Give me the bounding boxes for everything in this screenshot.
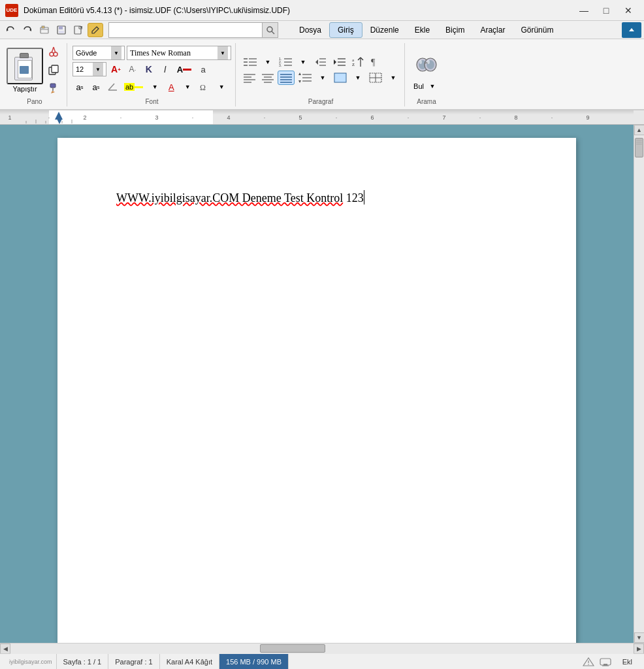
scroll-track[interactable] <box>634 135 645 632</box>
size-dropdown-arrow[interactable]: ▼ <box>93 63 103 76</box>
indent-increase-button[interactable] <box>330 55 348 69</box>
svg-point-74 <box>427 60 430 64</box>
svg-text:6: 6 <box>370 114 374 121</box>
cut-button[interactable] <box>44 43 63 60</box>
menu-duzenle[interactable]: Düzenle <box>362 23 407 37</box>
maximize-button[interactable]: □ <box>596 3 617 18</box>
find-label: Bul <box>413 82 424 90</box>
highlight-button[interactable]: ab <box>121 80 146 94</box>
menu-ekle[interactable]: Ekle <box>407 23 438 37</box>
menu-dosya[interactable]: Dosya <box>291 23 329 37</box>
pano-group-label: Pano <box>7 98 63 105</box>
find-arrow[interactable]: ▼ <box>425 81 440 91</box>
export-button[interactable] <box>71 23 86 37</box>
menu-gorunum[interactable]: Görünüm <box>513 23 561 37</box>
svg-text:·: · <box>264 114 266 121</box>
minimize-button[interactable]: — <box>573 3 594 18</box>
font-color2-button[interactable]: A <box>164 80 178 94</box>
toolbar-search-box[interactable] <box>108 22 278 38</box>
scroll-left-arrow[interactable]: ◀ <box>0 644 10 654</box>
color-button[interactable]: A <box>174 62 194 76</box>
svg-rect-7 <box>74 26 81 34</box>
subscript-button[interactable]: as <box>72 80 87 94</box>
menu-giris[interactable]: Giriş <box>329 22 362 38</box>
svg-marker-63 <box>298 73 301 75</box>
ribbon: Yapıştır <box>0 39 644 110</box>
style-dropdown-arrow[interactable]: ▼ <box>111 46 121 59</box>
font-decrease-button[interactable]: A- <box>125 62 140 76</box>
style-dropdown[interactable]: Gövde ▼ <box>72 46 125 60</box>
scroll-right-arrow[interactable]: ▶ <box>634 644 644 654</box>
status-notification-icon <box>582 657 595 667</box>
scroll-up-arrow[interactable]: ▲ <box>634 125 645 135</box>
special-char-arrow[interactable]: ▼ <box>214 80 229 94</box>
svg-marker-64 <box>298 80 301 83</box>
ribbon-group-paragraph: ▼ 1.2.3. ▼ <box>237 43 405 106</box>
special-char-button[interactable]: Ω <box>197 80 212 94</box>
scroll-down-arrow[interactable]: ▼ <box>634 632 645 643</box>
normal-text: 123 <box>346 191 364 204</box>
line-spacing-arrow[interactable]: ▼ <box>315 71 330 85</box>
copy-button[interactable] <box>44 61 63 78</box>
svg-rect-6 <box>59 31 64 33</box>
bullet-list-arrow[interactable]: ▼ <box>261 55 275 69</box>
italic-button[interactable]: I <box>158 62 172 76</box>
superscript-button[interactable]: as <box>89 80 103 94</box>
h-scroll-track[interactable] <box>10 644 634 654</box>
svg-rect-65 <box>334 73 346 82</box>
spell-check-text: WWW.iyibilgisayar.COM Deneme Test Kontro… <box>116 191 343 204</box>
ribbon-toggle-button[interactable] <box>622 22 641 38</box>
redo-button[interactable] <box>20 23 35 37</box>
menu-araclar[interactable]: Araçlar <box>472 23 513 37</box>
borders-arrow[interactable]: ▼ <box>386 71 400 85</box>
bold-button[interactable]: K <box>142 62 156 76</box>
indent-decrease-button[interactable] <box>312 55 329 69</box>
bullet-list-button[interactable] <box>241 55 259 69</box>
borders-button[interactable] <box>366 71 385 85</box>
svg-rect-3 <box>42 26 44 28</box>
horizontal-scrollbar[interactable]: ◀ ▶ <box>0 643 644 653</box>
font-value: Times New Roman <box>130 48 217 58</box>
toolbar-search-input[interactable] <box>109 26 262 34</box>
align-center-button[interactable] <box>259 71 276 85</box>
line-spacing-button[interactable] <box>296 71 314 85</box>
menu-bar: Dosya Giriş Düzenle Ekle Biçim Araçlar G… <box>0 21 644 39</box>
size-dropdown[interactable]: 12 ▼ <box>72 62 106 76</box>
svg-text:1: 1 <box>8 114 11 121</box>
status-memory: 156 MB / 990 MB <box>219 654 289 669</box>
highlight-arrow[interactable]: ▼ <box>148 80 162 94</box>
para-marks-button[interactable]: ¶ <box>368 55 383 69</box>
h-scroll-thumb[interactable] <box>260 644 325 653</box>
save-button[interactable] <box>54 23 69 37</box>
shading-arrow[interactable]: ▼ <box>351 71 365 85</box>
edit-button[interactable] <box>88 23 103 37</box>
svg-rect-17 <box>52 65 58 73</box>
font-group-label: Font <box>72 98 231 105</box>
numbered-list-arrow[interactable]: ▼ <box>296 55 310 69</box>
vertical-scrollbar[interactable]: ▲ ▼ <box>634 125 644 643</box>
open-button[interactable] <box>37 23 52 37</box>
font-color-arrow[interactable]: ▼ <box>180 80 195 94</box>
sort-button[interactable]: a z <box>349 55 366 69</box>
toolbar-search-button[interactable] <box>262 23 278 37</box>
document-scroll[interactable]: WWW.iyibilgisayar.COM Deneme Test Kontro… <box>0 125 634 643</box>
font-dropdown-arrow[interactable]: ▼ <box>217 46 228 59</box>
clear-format-button[interactable] <box>105 80 120 94</box>
close-button[interactable]: ✕ <box>618 3 639 18</box>
font-increase-button[interactable]: A+ <box>108 62 123 76</box>
document-content: WWW.iyibilgisayar.COM Deneme Test Kontro… <box>116 190 517 205</box>
format-painter-button[interactable] <box>44 80 63 97</box>
scroll-thumb[interactable] <box>635 138 643 157</box>
document-page[interactable]: WWW.iyibilgisayar.COM Deneme Test Kontro… <box>57 138 576 643</box>
font-dropdown[interactable]: Times New Roman ▼ <box>127 46 231 60</box>
find-button[interactable] <box>410 48 443 81</box>
paste-button[interactable] <box>7 48 43 84</box>
shading-button[interactable] <box>331 71 349 85</box>
font-style2-button[interactable]: a <box>196 62 210 76</box>
numbered-list-button[interactable]: 1.2.3. <box>276 55 295 69</box>
align-left-button[interactable] <box>241 71 258 85</box>
svg-rect-19 <box>52 88 54 91</box>
undo-button[interactable] <box>3 23 18 37</box>
align-justify-button[interactable] <box>278 71 295 85</box>
menu-bicim[interactable]: Biçim <box>438 23 472 37</box>
